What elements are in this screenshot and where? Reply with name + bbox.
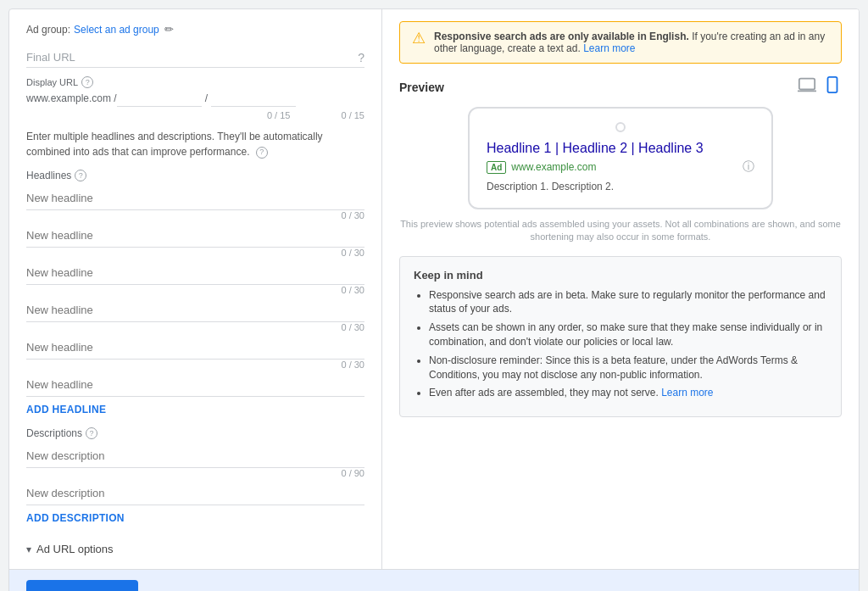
warning-icon: ⚠	[412, 31, 426, 46]
headline-row-1	[26, 187, 364, 210]
description-row-1	[26, 444, 364, 468]
headline-row-2	[26, 224, 364, 248]
headline-row-6	[26, 373, 364, 397]
preview-headline: Headline 1 | Headline 2 | Headline 3	[487, 141, 754, 156]
headline-input-4[interactable]	[26, 298, 364, 322]
keep-in-mind-item-2: Assets can be shown in any order, so mak…	[429, 321, 827, 349]
final-url-field: ?	[26, 47, 364, 68]
headlines-help-icon[interactable]: ?	[75, 170, 86, 181]
keep-in-mind-learn-more-link[interactable]: Learn more	[661, 387, 713, 399]
display-url-path1[interactable]	[117, 90, 202, 107]
headline-input-6[interactable]	[26, 373, 364, 397]
display-url-row: Display URL ? www.example.com / / 0 / 15…	[26, 76, 364, 120]
display-url-path2[interactable]	[211, 90, 296, 107]
description-input-2[interactable]	[26, 482, 364, 505]
final-url-help-icon[interactable]: ?	[358, 51, 364, 64]
add-headline-link[interactable]: ADD HEADLINE	[26, 404, 106, 415]
final-url-row: ?	[26, 47, 364, 68]
headline-counter-3: 0 / 30	[26, 248, 364, 258]
svg-rect-0	[799, 79, 815, 90]
preview-card: Headline 1 | Headline 2 | Headline 3 Ad …	[468, 107, 773, 209]
svg-rect-1	[828, 77, 837, 92]
headline-row-5	[26, 336, 364, 360]
display-url-prefix: www.example.com /	[26, 92, 117, 104]
content-area: Ad group: Select an ad group ✏ ? Display…	[9, 9, 859, 569]
info-text-help-icon[interactable]: ?	[256, 147, 268, 159]
preview-url: www.example.com	[511, 161, 596, 173]
descriptions-section-label: Descriptions ?	[26, 427, 364, 439]
add-description-link[interactable]: ADD DESCRIPTION	[26, 512, 125, 524]
headline-counter-2: 0 / 30	[26, 210, 364, 220]
preview-device-icons	[798, 75, 842, 98]
footer: SAVE NEW AD CANCEL	[9, 569, 859, 591]
preview-description: Description 1. Description 2.	[487, 180, 754, 194]
headline-counter-5: 0 / 30	[26, 322, 364, 332]
display-url-counters: 0 / 15 0 / 15	[26, 110, 364, 120]
keep-in-mind-section: Keep in mind Responsive search ads are i…	[399, 256, 842, 418]
display-url-counter2: 0 / 15	[341, 110, 364, 120]
display-url-inputs: www.example.com / /	[26, 90, 364, 107]
final-url-input[interactable]	[26, 47, 358, 67]
keep-in-mind-item-1: Responsive search ads are in beta. Make …	[429, 288, 827, 317]
display-url-help-icon[interactable]: ?	[81, 76, 93, 88]
preview-note: This preview shows potential ads assembl…	[399, 218, 842, 244]
ad-badge: Ad	[487, 161, 506, 174]
phone-dot	[615, 122, 626, 132]
descriptions-help-icon[interactable]: ?	[86, 427, 97, 439]
headline-counter-6: 0 / 30	[26, 360, 364, 370]
ad-group-label: Ad group:	[26, 24, 70, 36]
headline-input-2[interactable]	[26, 224, 364, 248]
cancel-button[interactable]: CANCEL	[150, 580, 211, 591]
headline-counter-4: 0 / 30	[26, 285, 364, 295]
preview-url-row: Ad www.example.com ⓘ	[487, 159, 754, 175]
keep-in-mind-list: Responsive search ads are in beta. Make …	[414, 288, 827, 401]
keep-in-mind-title: Keep in mind	[414, 269, 827, 282]
headline-row-4	[26, 298, 364, 322]
display-url-slash: /	[205, 92, 208, 104]
preview-info-icon[interactable]: ⓘ	[743, 159, 754, 175]
save-new-ad-button[interactable]: SAVE NEW AD	[26, 580, 138, 591]
headline-input-5[interactable]	[26, 336, 364, 360]
preview-card-dot	[487, 122, 754, 132]
headline-input-3[interactable]	[26, 261, 364, 285]
display-url-counter1: 0 / 15	[267, 110, 291, 120]
preview-title: Preview	[399, 81, 444, 94]
preview-section: Preview	[399, 75, 842, 244]
warning-bold-text: Responsive search ads are only available…	[434, 31, 689, 42]
url-options-row[interactable]: ▾ Ad URL options	[26, 543, 364, 555]
pencil-icon[interactable]: ✏	[164, 23, 174, 36]
keep-in-mind-item-3: Non-disclosure reminder: Since this is a…	[429, 354, 827, 382]
description-counter-2: 0 / 90	[26, 468, 364, 478]
preview-header: Preview	[399, 75, 842, 98]
left-panel: Ad group: Select an ad group ✏ ? Display…	[9, 9, 382, 569]
laptop-icon[interactable]	[798, 75, 816, 98]
headlines-section-label: Headlines ?	[26, 170, 364, 181]
url-options-chevron-icon: ▾	[26, 544, 31, 555]
warning-text: Responsive search ads are only available…	[434, 31, 829, 54]
mobile-icon[interactable]	[823, 75, 842, 98]
right-panel: ⚠ Responsive search ads are only availab…	[382, 9, 859, 569]
select-ad-group-link[interactable]: Select an ad group	[74, 24, 159, 36]
info-text: Enter multiple headlines and description…	[26, 129, 364, 159]
headline-input-1[interactable]	[26, 187, 364, 210]
main-container: Ad group: Select an ad group ✏ ? Display…	[8, 8, 860, 591]
description-row-2	[26, 482, 364, 505]
display-url-label: Display URL ?	[26, 76, 364, 88]
warning-learn-more-link[interactable]: Learn more	[583, 42, 635, 54]
keep-in-mind-item-4: Even after ads are assembled, they may n…	[429, 386, 827, 400]
url-options-label: Ad URL options	[36, 543, 114, 555]
headline-row-3	[26, 261, 364, 285]
description-input-1[interactable]	[26, 444, 364, 468]
warning-banner: ⚠ Responsive search ads are only availab…	[399, 21, 842, 64]
ad-group-row: Ad group: Select an ad group ✏	[26, 23, 364, 36]
